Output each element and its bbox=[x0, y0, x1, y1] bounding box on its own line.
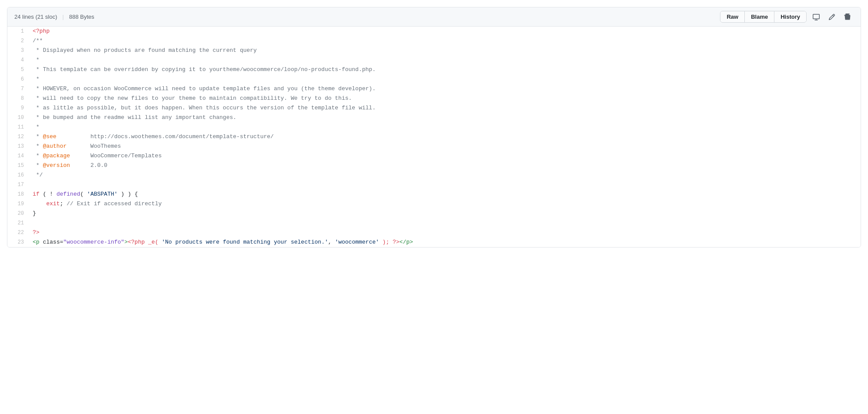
line-number: 10 bbox=[7, 113, 29, 122]
line-number: 6 bbox=[7, 75, 29, 84]
code-token: * HOWEVER, on occasion WooCommerce will … bbox=[33, 85, 376, 92]
table-row: 17 bbox=[7, 180, 861, 190]
edit-icon[interactable] bbox=[826, 12, 838, 22]
table-row: 13 * @author WooThemes bbox=[7, 142, 861, 151]
line-code: * This template can be overridden by cop… bbox=[29, 65, 861, 75]
code-token: 'woocommerce' bbox=[335, 239, 379, 245]
line-code: * as little as possible, but it does hap… bbox=[29, 103, 861, 113]
line-code: * bbox=[29, 75, 861, 84]
line-number: 11 bbox=[7, 122, 29, 132]
line-number: 1 bbox=[7, 27, 29, 36]
table-row: 22?> bbox=[7, 228, 861, 238]
code-token: < bbox=[33, 239, 36, 245]
table-row: 6 * bbox=[7, 75, 861, 84]
table-row: 7 * HOWEVER, on occasion WooCommerce wil… bbox=[7, 84, 861, 94]
code-token: <?php bbox=[33, 28, 50, 34]
code-token: } bbox=[33, 210, 36, 217]
table-row: 16 */ bbox=[7, 170, 861, 180]
line-code: * bbox=[29, 55, 861, 65]
line-number: 14 bbox=[7, 151, 29, 161]
code-token: , bbox=[328, 239, 335, 245]
code-token: * be bumped and the readme will list any… bbox=[33, 114, 236, 121]
line-number: 16 bbox=[7, 170, 29, 180]
line-code: * will need to copy the new files to you… bbox=[29, 94, 861, 103]
code-token: ); ?> bbox=[379, 239, 400, 245]
code-token bbox=[33, 200, 46, 207]
line-number: 23 bbox=[7, 238, 29, 247]
line-number: 17 bbox=[7, 180, 29, 190]
line-code: * Displayed when no products are found m… bbox=[29, 46, 861, 55]
raw-button[interactable]: Raw bbox=[720, 11, 745, 22]
line-number: 7 bbox=[7, 84, 29, 94]
line-code: /** bbox=[29, 36, 861, 46]
file-size: 888 Bytes bbox=[69, 14, 94, 20]
line-number: 2 bbox=[7, 36, 29, 46]
line-number: 13 bbox=[7, 142, 29, 151]
line-code: * @package WooCommerce/Templates bbox=[29, 151, 861, 161]
table-row: 12 * @see http://docs.woothemes.com/docu… bbox=[7, 132, 861, 142]
table-row: 3 * Displayed when no products are found… bbox=[7, 46, 861, 55]
code-table: 1<?php2/**3 * Displayed when no products… bbox=[7, 27, 861, 247]
line-number: 19 bbox=[7, 199, 29, 209]
code-token: ) ) { bbox=[118, 191, 138, 197]
delete-icon[interactable] bbox=[841, 12, 854, 22]
code-container: 1<?php2/**3 * Displayed when no products… bbox=[7, 27, 861, 247]
line-number: 20 bbox=[7, 209, 29, 218]
divider: | bbox=[62, 14, 64, 20]
file-actions: Raw Blame History bbox=[720, 11, 854, 23]
line-code: * @author WooThemes bbox=[29, 142, 861, 151]
table-row: 19 exit; // Exit if accessed directly bbox=[7, 199, 861, 209]
code-token: > bbox=[410, 239, 413, 245]
table-row: 18if ( ! defined( 'ABSPATH' ) ) { bbox=[7, 190, 861, 199]
line-number: 21 bbox=[7, 218, 29, 228]
line-number: 4 bbox=[7, 55, 29, 65]
view-mode-buttons: Raw Blame History bbox=[720, 11, 807, 23]
code-token: if bbox=[33, 191, 40, 197]
line-code: * @see http://docs.woothemes.com/documen… bbox=[29, 132, 861, 142]
table-row: 9 * as little as possible, but it does h… bbox=[7, 103, 861, 113]
code-token: defined bbox=[57, 191, 81, 197]
line-number: 12 bbox=[7, 132, 29, 142]
lines-info: 24 lines (21 sloc) bbox=[14, 14, 57, 20]
line-code: * HOWEVER, on occasion WooCommerce will … bbox=[29, 84, 861, 94]
code-token: * bbox=[33, 143, 43, 149]
file-viewer: 24 lines (21 sloc) | 888 Bytes Raw Blame… bbox=[7, 7, 861, 248]
code-token: WooThemes bbox=[67, 143, 121, 149]
code-token: 2.0.0 bbox=[70, 162, 108, 169]
code-token: // Exit if accessed directly bbox=[67, 200, 161, 207]
code-token: exit bbox=[46, 200, 60, 207]
code-token: ; bbox=[60, 200, 67, 207]
code-token: * will need to copy the new files to you… bbox=[33, 95, 352, 102]
code-token: p bbox=[36, 239, 40, 245]
code-token: 'ABSPATH' bbox=[87, 191, 118, 197]
code-token: * bbox=[33, 153, 43, 159]
code-token: * bbox=[33, 162, 43, 169]
table-row: 8 * will need to copy the new files to y… bbox=[7, 94, 861, 103]
table-row: 5 * This template can be overridden by c… bbox=[7, 65, 861, 75]
history-button[interactable]: History bbox=[774, 11, 806, 22]
line-number: 8 bbox=[7, 94, 29, 103]
code-token: * bbox=[33, 124, 40, 130]
code-token: * bbox=[33, 133, 43, 140]
table-row: 11 * bbox=[7, 122, 861, 132]
line-code: * @version 2.0.0 bbox=[29, 161, 861, 170]
code-token: * bbox=[33, 57, 40, 63]
code-token: @version bbox=[43, 162, 70, 169]
display-icon[interactable] bbox=[810, 12, 822, 22]
code-token: @author bbox=[43, 143, 67, 149]
code-token: @see bbox=[43, 133, 56, 140]
table-row: 23<p class="woocommerce-info"><?php _e( … bbox=[7, 238, 861, 247]
code-token: p bbox=[406, 239, 410, 245]
line-code bbox=[29, 218, 861, 228]
code-token: */ bbox=[33, 172, 43, 178]
table-row: 4 * bbox=[7, 55, 861, 65]
blame-button[interactable]: Blame bbox=[745, 11, 774, 22]
code-token: * Displayed when no products are found m… bbox=[33, 47, 257, 54]
file-info: 24 lines (21 sloc) | 888 Bytes bbox=[14, 14, 94, 20]
code-token: class= bbox=[40, 239, 64, 245]
line-number: 9 bbox=[7, 103, 29, 113]
line-code: */ bbox=[29, 170, 861, 180]
line-number: 15 bbox=[7, 161, 29, 170]
line-code: if ( ! defined( 'ABSPATH' ) ) { bbox=[29, 190, 861, 199]
code-token: * bbox=[33, 76, 40, 82]
